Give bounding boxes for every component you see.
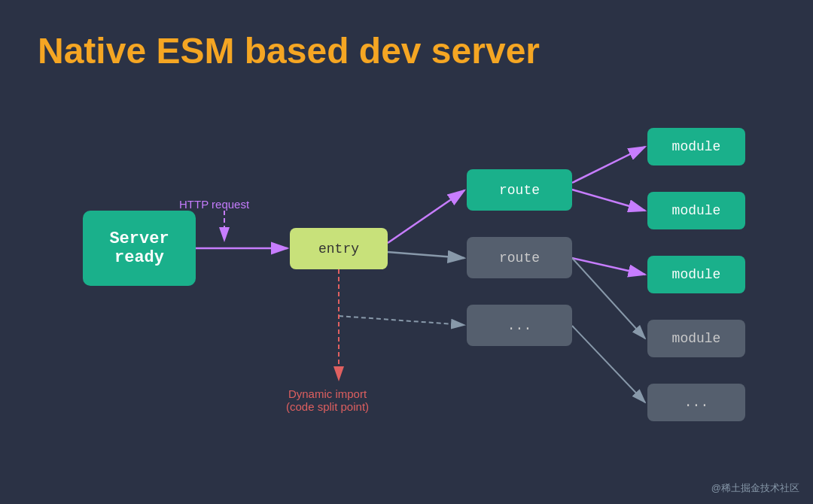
svg-line-10 [572,147,645,183]
module1-node: module [647,128,745,165]
svg-line-11 [572,190,645,211]
svg-line-7 [388,252,464,258]
watermark: @稀土掘金技术社区 [711,481,799,495]
svg-line-14 [572,326,645,402]
svg-line-12 [572,258,645,275]
entry-node: entry [290,228,388,269]
route1-node: route [467,169,572,211]
module5-node: ... [647,384,745,421]
module2-node: module [647,192,745,229]
module4-node: module [647,320,745,357]
slide-title: Native ESM based dev server [38,30,775,71]
route2-node: route [467,237,572,278]
http-request-label: HTTP request [179,198,249,211]
dots1-node: ... [467,305,572,346]
slide: Native ESM based dev server [0,0,813,504]
dynamic-import-label: Dynamic import (code split point) [286,387,369,413]
svg-line-13 [572,258,645,339]
svg-line-9 [339,316,464,325]
diagram-area: Server ready entry route route ... modul… [38,94,775,485]
server-ready-node: Server ready [83,211,196,286]
module3-node: module [647,256,745,293]
svg-line-6 [388,190,464,243]
